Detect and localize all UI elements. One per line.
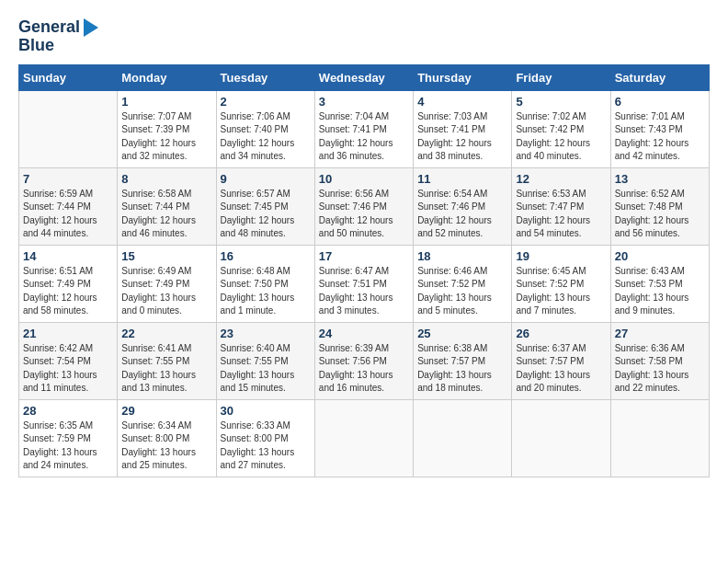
day-number: 12 [516,172,606,186]
logo-text-blue: Blue [18,37,54,55]
day-number: 4 [417,95,507,109]
week-row-3: 14Sunrise: 6:51 AM Sunset: 7:49 PM Dayli… [19,245,710,322]
calendar-header: SundayMondayTuesdayWednesdayThursdayFrid… [19,64,710,90]
calendar-cell: 30Sunrise: 6:33 AM Sunset: 8:00 PM Dayli… [216,399,314,477]
logo-arrow-icon [84,18,98,37]
day-info: Sunrise: 6:40 AM Sunset: 7:55 PM Dayligh… [221,342,311,396]
header-cell-saturday: Saturday [610,64,709,90]
day-info: Sunrise: 6:43 AM Sunset: 7:53 PM Dayligh… [615,265,705,318]
week-row-2: 7Sunrise: 6:59 AM Sunset: 7:44 PM Daylig… [19,167,710,245]
day-number: 27 [615,327,705,340]
calendar-cell: 22Sunrise: 6:41 AM Sunset: 7:55 PM Dayli… [118,322,216,399]
week-row-4: 21Sunrise: 6:42 AM Sunset: 7:54 PM Dayli… [19,322,710,399]
day-info: Sunrise: 6:39 AM Sunset: 7:56 PM Dayligh… [319,342,409,396]
day-info: Sunrise: 6:47 AM Sunset: 7:51 PM Dayligh… [319,265,409,318]
day-number: 11 [417,172,507,186]
day-info: Sunrise: 6:38 AM Sunset: 7:57 PM Dayligh… [417,342,507,396]
day-number: 17 [319,249,409,263]
day-number: 18 [417,249,507,263]
calendar-cell: 23Sunrise: 6:40 AM Sunset: 7:55 PM Dayli… [216,322,314,399]
week-row-5: 28Sunrise: 6:35 AM Sunset: 7:59 PM Dayli… [19,399,710,477]
day-number: 5 [516,95,606,109]
calendar-cell: 9Sunrise: 6:57 AM Sunset: 7:45 PM Daylig… [216,167,314,245]
calendar-cell: 29Sunrise: 6:34 AM Sunset: 8:00 PM Dayli… [118,399,216,477]
day-info: Sunrise: 6:51 AM Sunset: 7:49 PM Dayligh… [23,265,113,318]
calendar-cell: 25Sunrise: 6:38 AM Sunset: 7:57 PM Dayli… [414,322,512,399]
calendar-cell: 26Sunrise: 6:37 AM Sunset: 7:57 PM Dayli… [512,322,610,399]
calendar-cell: 5Sunrise: 7:02 AM Sunset: 7:42 PM Daylig… [512,90,610,167]
calendar-cell: 18Sunrise: 6:46 AM Sunset: 7:52 PM Dayli… [414,245,512,322]
day-number: 19 [516,249,606,263]
day-number: 13 [615,172,705,186]
day-number: 21 [23,327,113,340]
day-number: 28 [23,404,113,418]
day-number: 20 [615,249,705,263]
logo: General Blue [18,18,98,55]
header-cell-friday: Friday [512,64,610,90]
header-cell-monday: Monday [118,64,216,90]
day-info: Sunrise: 6:42 AM Sunset: 7:54 PM Dayligh… [23,342,113,396]
header-cell-tuesday: Tuesday [216,64,314,90]
day-number: 14 [23,249,113,263]
day-number: 1 [121,95,211,109]
logo-text-general: General [18,18,80,37]
day-number: 15 [121,249,211,263]
day-number: 30 [221,404,311,418]
day-info: Sunrise: 6:33 AM Sunset: 8:00 PM Dayligh… [221,419,311,473]
calendar-cell: 8Sunrise: 6:58 AM Sunset: 7:44 PM Daylig… [118,167,216,245]
calendar-cell [610,399,709,477]
calendar-cell: 1Sunrise: 7:07 AM Sunset: 7:39 PM Daylig… [118,90,216,167]
day-info: Sunrise: 6:35 AM Sunset: 7:59 PM Dayligh… [23,419,113,473]
day-info: Sunrise: 7:02 AM Sunset: 7:42 PM Dayligh… [516,110,606,164]
calendar-cell [512,399,610,477]
day-info: Sunrise: 6:37 AM Sunset: 7:57 PM Dayligh… [516,342,606,396]
day-info: Sunrise: 6:49 AM Sunset: 7:49 PM Dayligh… [121,265,211,318]
header-cell-thursday: Thursday [414,64,512,90]
header-cell-sunday: Sunday [19,64,118,90]
day-info: Sunrise: 6:46 AM Sunset: 7:52 PM Dayligh… [417,265,507,318]
calendar-cell: 20Sunrise: 6:43 AM Sunset: 7:53 PM Dayli… [610,245,709,322]
day-number: 29 [121,404,211,418]
day-number: 2 [221,95,311,109]
calendar-cell [314,399,413,477]
header-row: SundayMondayTuesdayWednesdayThursdayFrid… [19,64,710,90]
calendar-body: 1Sunrise: 7:07 AM Sunset: 7:39 PM Daylig… [19,90,710,477]
calendar-cell: 4Sunrise: 7:03 AM Sunset: 7:41 PM Daylig… [414,90,512,167]
day-info: Sunrise: 6:59 AM Sunset: 7:44 PM Dayligh… [23,188,113,241]
calendar-cell: 16Sunrise: 6:48 AM Sunset: 7:50 PM Dayli… [216,245,314,322]
day-number: 6 [615,95,705,109]
day-info: Sunrise: 6:48 AM Sunset: 7:50 PM Dayligh… [221,265,311,318]
calendar-cell: 14Sunrise: 6:51 AM Sunset: 7:49 PM Dayli… [19,245,118,322]
day-info: Sunrise: 7:03 AM Sunset: 7:41 PM Dayligh… [417,110,507,164]
calendar-cell: 27Sunrise: 6:36 AM Sunset: 7:58 PM Dayli… [610,322,709,399]
page-header: General Blue [18,18,710,55]
day-number: 25 [417,327,507,340]
calendar-cell: 15Sunrise: 6:49 AM Sunset: 7:49 PM Dayli… [118,245,216,322]
day-info: Sunrise: 6:41 AM Sunset: 7:55 PM Dayligh… [121,342,211,396]
day-info: Sunrise: 6:56 AM Sunset: 7:46 PM Dayligh… [319,188,409,241]
calendar-cell: 10Sunrise: 6:56 AM Sunset: 7:46 PM Dayli… [314,167,413,245]
day-info: Sunrise: 6:34 AM Sunset: 8:00 PM Dayligh… [121,419,211,473]
day-info: Sunrise: 6:52 AM Sunset: 7:48 PM Dayligh… [615,188,705,241]
day-info: Sunrise: 6:57 AM Sunset: 7:45 PM Dayligh… [221,188,311,241]
calendar-cell: 19Sunrise: 6:45 AM Sunset: 7:52 PM Dayli… [512,245,610,322]
day-number: 3 [319,95,409,109]
day-number: 23 [221,327,311,340]
calendar-cell: 13Sunrise: 6:52 AM Sunset: 7:48 PM Dayli… [610,167,709,245]
calendar-cell: 7Sunrise: 6:59 AM Sunset: 7:44 PM Daylig… [19,167,118,245]
day-info: Sunrise: 7:04 AM Sunset: 7:41 PM Dayligh… [319,110,409,164]
calendar-cell [19,90,118,167]
calendar-cell: 12Sunrise: 6:53 AM Sunset: 7:47 PM Dayli… [512,167,610,245]
day-number: 9 [221,172,311,186]
day-info: Sunrise: 6:53 AM Sunset: 7:47 PM Dayligh… [516,188,606,241]
calendar-cell: 24Sunrise: 6:39 AM Sunset: 7:56 PM Dayli… [314,322,413,399]
week-row-1: 1Sunrise: 7:07 AM Sunset: 7:39 PM Daylig… [19,90,710,167]
day-info: Sunrise: 7:07 AM Sunset: 7:39 PM Dayligh… [121,110,211,164]
calendar-cell: 11Sunrise: 6:54 AM Sunset: 7:46 PM Dayli… [414,167,512,245]
calendar-cell: 6Sunrise: 7:01 AM Sunset: 7:43 PM Daylig… [610,90,709,167]
day-info: Sunrise: 7:06 AM Sunset: 7:40 PM Dayligh… [221,110,311,164]
calendar-cell: 28Sunrise: 6:35 AM Sunset: 7:59 PM Dayli… [19,399,118,477]
day-number: 10 [319,172,409,186]
day-number: 8 [121,172,211,186]
day-number: 26 [516,327,606,340]
